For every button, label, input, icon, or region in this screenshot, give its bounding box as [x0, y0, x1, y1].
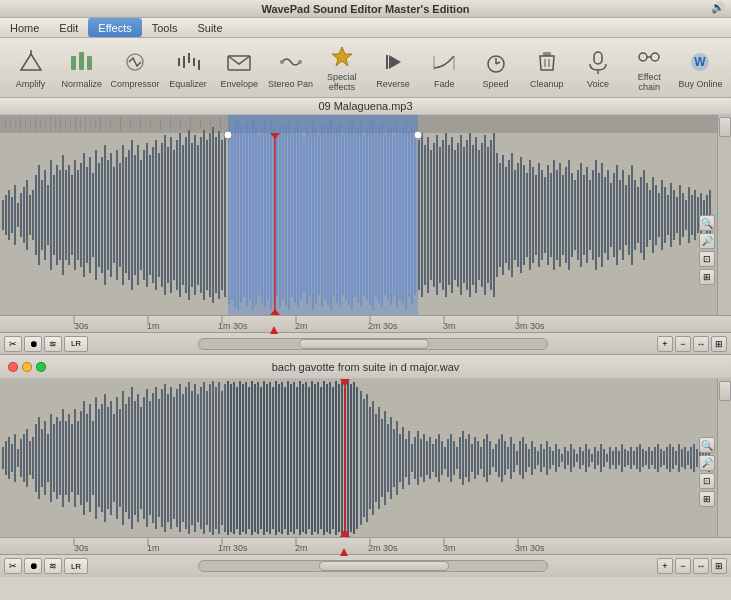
svg-rect-377: [185, 387, 187, 529]
ctrl2-stereo-btn[interactable]: LR: [64, 558, 88, 574]
hscroll1-thumb[interactable]: [299, 339, 429, 349]
specialfx-icon: [326, 43, 358, 71]
svg-rect-194: [490, 140, 492, 290]
zoom-h-in-btn1[interactable]: +: [657, 336, 673, 352]
close-btn[interactable]: [8, 362, 18, 372]
svg-rect-321: [17, 449, 19, 467]
toolbar-btn-buyonline[interactable]: W Buy Online: [676, 42, 725, 94]
svg-rect-401: [257, 382, 259, 534]
svg-rect-71: [119, 163, 121, 267]
toolbar-btn-stereopan[interactable]: Stereo Pan: [266, 42, 315, 94]
zoom2-h-all-btn[interactable]: ⊞: [711, 558, 727, 574]
toolbar-btn-envelope[interactable]: Envelope: [215, 42, 264, 94]
waveform1[interactable]: 🔍 🔎 ⊡ ⊞: [0, 115, 731, 315]
toolbar-btn-compressor[interactable]: Compressor: [108, 42, 161, 94]
svg-rect-407: [275, 381, 277, 535]
vscroll1[interactable]: [717, 115, 731, 315]
zoom2-h-fit-btn[interactable]: ↔: [693, 558, 709, 574]
zoom-h-fit-btn1[interactable]: ↔: [693, 336, 709, 352]
svg-rect-318: [8, 437, 10, 479]
svg-rect-414: [296, 387, 298, 529]
svg-rect-334: [56, 417, 58, 499]
waveform2[interactable]: 🔍 🔎 ⊡ ⊞: [0, 379, 731, 537]
zoom-fit-btn1[interactable]: ⊡: [699, 251, 715, 267]
ctrl2-record-btn[interactable]: ⏺: [24, 558, 42, 574]
menu-item-effects[interactable]: Effects: [88, 18, 141, 37]
zoom-out-btn2[interactable]: 🔎: [699, 455, 715, 471]
zoom-in-btn1[interactable]: 🔍: [699, 215, 715, 231]
ctrl2-wave-btn[interactable]: ≋: [44, 558, 62, 574]
svg-rect-100: [206, 140, 208, 290]
svg-rect-510: [585, 444, 587, 472]
svg-rect-534: [657, 444, 659, 472]
svg-rect-402: [260, 387, 262, 529]
svg-rect-248: [652, 177, 654, 253]
svg-rect-542: [681, 449, 683, 467]
svg-rect-91: [179, 133, 181, 297]
menu-item-suite[interactable]: Suite: [187, 18, 232, 37]
minimize-btn[interactable]: [22, 362, 32, 372]
svg-rect-425: [329, 382, 331, 534]
zoom2-h-in-btn[interactable]: +: [657, 558, 673, 574]
toolbar-btn-speed[interactable]: Speed: [471, 42, 520, 94]
ctrl-cut-btn[interactable]: ✂: [4, 336, 22, 352]
svg-marker-314: [270, 326, 278, 334]
svg-rect-111: [240, 127, 242, 303]
svg-rect-460: [435, 439, 437, 477]
menu-item-edit[interactable]: Edit: [49, 18, 88, 37]
hscroll1[interactable]: [198, 338, 548, 350]
zoom-h-out-btn1[interactable]: −: [675, 336, 691, 352]
svg-text:1m 30s: 1m 30s: [218, 543, 248, 553]
svg-rect-533: [654, 447, 656, 469]
svg-rect-346: [92, 421, 94, 495]
svg-rect-151: [360, 123, 362, 307]
svg-text:3m 30s: 3m 30s: [515, 543, 545, 553]
svg-rect-301: [220, 116, 221, 132]
toolbar-btn-cleanup[interactable]: Cleanup: [522, 42, 571, 94]
toolbar-btn-reverse[interactable]: Reverse: [368, 42, 417, 94]
svg-rect-446: [393, 429, 395, 487]
svg-rect-94: [188, 130, 190, 300]
toolbar-btn-fade[interactable]: Fade: [420, 42, 469, 94]
svg-rect-347: [95, 397, 97, 519]
zoom-fit-btn2[interactable]: ⊡: [699, 473, 715, 489]
svg-rect-56: [74, 160, 76, 270]
zoom2-h-out-btn[interactable]: −: [675, 558, 691, 574]
svg-rect-188: [472, 145, 474, 285]
svg-rect-395: [239, 381, 241, 535]
hscroll2-thumb[interactable]: [319, 561, 449, 571]
ctrl-wave-btn[interactable]: ≋: [44, 336, 62, 352]
svg-rect-69: [113, 167, 115, 263]
svg-rect-96: [194, 135, 196, 295]
toolbar-btn-voice[interactable]: Voice: [573, 42, 622, 94]
ctrl-stereo-btn[interactable]: LR: [64, 336, 88, 352]
zoom-in-btn2[interactable]: 🔍: [699, 437, 715, 453]
ctrl-record-btn[interactable]: ⏺: [24, 336, 42, 352]
zoom-all-btn1[interactable]: ⊞: [699, 269, 715, 285]
menu-item-home[interactable]: Home: [0, 18, 49, 37]
vscroll2[interactable]: [717, 379, 731, 537]
svg-rect-172: [424, 145, 426, 285]
toolbar-btn-effectchain[interactable]: Effect chain: [625, 42, 674, 94]
svg-rect-392: [230, 384, 232, 532]
vscroll2-thumb[interactable]: [719, 381, 731, 401]
vscroll1-thumb[interactable]: [719, 117, 731, 137]
zoom-all-btn2[interactable]: ⊞: [699, 491, 715, 507]
maximize-btn[interactable]: [36, 362, 46, 372]
toolbar-btn-equalizer[interactable]: Equalizer: [163, 42, 212, 94]
ctrl2-cut-btn[interactable]: ✂: [4, 558, 22, 574]
hscroll2[interactable]: [198, 560, 548, 572]
toolbar-btn-specialfx[interactable]: Special effects: [317, 42, 366, 94]
toolbar-btn-amplify[interactable]: Amplify: [6, 42, 55, 94]
svg-rect-2: [79, 52, 84, 70]
svg-rect-432: [350, 384, 352, 532]
svg-rect-153: [366, 130, 368, 300]
toolbar-label-equalizer: Equalizer: [169, 79, 207, 89]
svg-rect-57: [77, 170, 79, 260]
menu-item-tools[interactable]: Tools: [142, 18, 188, 37]
zoom-h-all-btn1[interactable]: ⊞: [711, 336, 727, 352]
svg-rect-126: [285, 125, 287, 305]
zoom-out-btn1[interactable]: 🔎: [699, 233, 715, 249]
svg-rect-331: [47, 434, 49, 482]
toolbar-btn-normalize[interactable]: Normalize: [57, 42, 106, 94]
